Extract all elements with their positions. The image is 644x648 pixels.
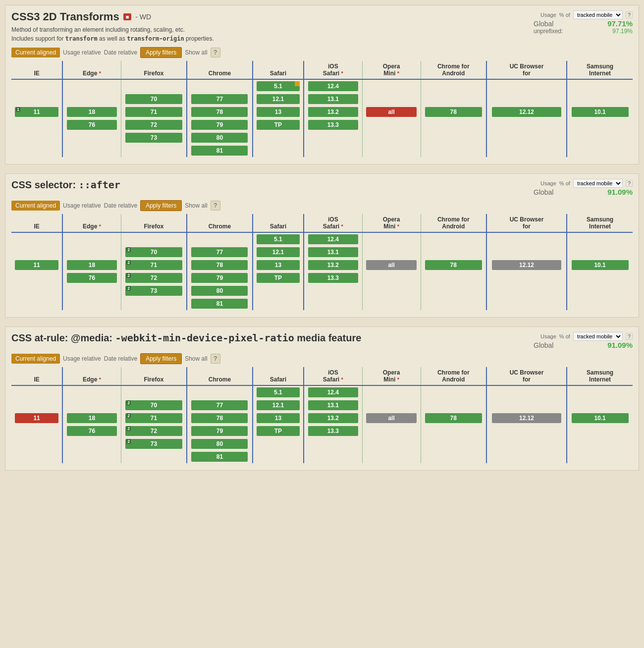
col-header-safari: Safari (253, 367, 304, 385)
cell-uc-1: . (486, 246, 567, 259)
usage-relative-button[interactable]: Usage relative (63, 202, 101, 209)
cell-cfa-4: . (421, 131, 486, 144)
feature-block-1: CSS selector: ::after Usage % of tracked… (5, 173, 639, 318)
col-header-edge: Edge * (62, 61, 121, 79)
col-header-opera: OperaMini * (362, 61, 421, 79)
cell-cfa-2: 78 (421, 259, 486, 271)
cell-uc-4: . (486, 131, 567, 144)
cell-chrome-3: 79 (187, 271, 253, 284)
cell-cfa-5: . (421, 297, 486, 310)
feature-header: CSS at-rule: @media: -webkit-min-device-… (11, 332, 633, 349)
question-icon[interactable]: ? (626, 333, 633, 340)
cell-chrome-0: . (187, 79, 253, 93)
cell-safari-2: 13 (253, 106, 304, 118)
col-header-samsung: SamsungInternet (567, 214, 633, 232)
cell-ios-5: . (304, 297, 362, 310)
cell-chrome-2: 78 (187, 106, 253, 118)
cell-ios-3: 13.3 (304, 271, 362, 284)
cell-firefox-2: 271 (121, 412, 187, 425)
cell-ie-4: . (11, 131, 62, 144)
filter-question-button[interactable]: ? (211, 354, 220, 364)
cell-opera-1: . (362, 399, 421, 412)
cell-firefox-0: . (121, 385, 187, 399)
cell-opera-0: . (362, 79, 421, 93)
asterisk-ios: * (341, 377, 343, 382)
date-relative-button[interactable]: Date relative (104, 49, 137, 56)
cell-samsung-0: . (567, 79, 633, 93)
cell-uc-0: . (486, 232, 567, 246)
cell-firefox-3: 72 (121, 118, 187, 131)
cell-firefox-0: . (121, 232, 187, 246)
apply-filters-button[interactable]: Apply filters (140, 47, 182, 58)
feature-title-area: CSS3 2D Transforms ■ - WD Method of tran… (11, 10, 214, 43)
usage-label: Usage (540, 180, 556, 186)
cell-chrome-1: 77 (187, 93, 253, 106)
apply-filters-button[interactable]: Apply filters (140, 353, 182, 364)
usage-selector[interactable]: tracked mobile (573, 10, 623, 19)
cell-samsung-1: . (567, 246, 633, 259)
usage-selector[interactable]: tracked mobile (573, 179, 623, 188)
cell-uc-2: 12.12 (486, 412, 567, 425)
cell-opera-4: . (362, 131, 421, 144)
current-aligned-button[interactable]: Current aligned (11, 48, 60, 57)
show-all-button[interactable]: Show all (185, 355, 207, 362)
current-aligned-button[interactable]: Current aligned (11, 201, 60, 211)
cell-safari-0: 5.1 (253, 232, 304, 246)
cell-ie-3: . (11, 271, 62, 284)
cell-chrome-5: 81 (187, 450, 253, 463)
cell-firefox-1: 270 (121, 246, 187, 259)
usage-relative-button[interactable]: Usage relative (63, 355, 101, 362)
filter-question-button[interactable]: ? (211, 201, 220, 211)
cell-edge-5: . (62, 144, 121, 157)
cell-ie-0: . (11, 385, 62, 399)
show-all-button[interactable]: Show all (185, 49, 207, 56)
unprefixed-value: 97.19% (612, 28, 633, 35)
cell-safari-1: 12.1 (253, 246, 304, 259)
cell-firefox-1: 70 (121, 93, 187, 106)
cell-firefox-4: 73 (121, 131, 187, 144)
current-aligned-button[interactable]: Current aligned (11, 354, 60, 364)
cell-uc-3: . (486, 425, 567, 437)
cell-edge-0: . (62, 232, 121, 246)
cell-ios-1: 13.1 (304, 93, 362, 106)
table-row: ....5.112.4.... (11, 232, 633, 246)
usage-selector[interactable]: tracked mobile (573, 332, 623, 341)
cell-edge-1: . (62, 399, 121, 412)
cell-samsung-3: . (567, 425, 633, 437)
col-header-firefox: Firefox (121, 214, 187, 232)
cell-ie-5: . (11, 450, 62, 463)
col-header-ios: iOSSafari * (304, 367, 362, 385)
cell-ios-4: . (304, 284, 362, 297)
cell-samsung-3: . (567, 271, 633, 284)
cell-chrome-5: 81 (187, 297, 253, 310)
cell-ie-0: . (11, 232, 62, 246)
cell-edge-4: . (62, 131, 121, 144)
cell-samsung-4: . (567, 437, 633, 450)
cell-ios-4: . (304, 131, 362, 144)
col-header-opera: OperaMini * (362, 367, 421, 385)
cell-uc-2: 12.12 (486, 259, 567, 271)
question-icon[interactable]: ? (626, 180, 633, 187)
cell-edge-3: 76 (62, 425, 121, 437)
col-header-ios: iOSSafari * (304, 61, 362, 79)
table-row: ....5.112.4.... (11, 385, 633, 399)
date-relative-button[interactable]: Date relative (104, 355, 137, 362)
cell-samsung-4: . (567, 284, 633, 297)
table-row: ....5.112.4.... (11, 79, 633, 93)
cell-ie-1: . (11, 246, 62, 259)
cell-firefox-0: . (121, 79, 187, 93)
date-relative-button[interactable]: Date relative (104, 202, 137, 209)
cell-ie-2: 11 (11, 412, 62, 425)
filter-question-button[interactable]: ? (211, 48, 220, 57)
question-icon[interactable]: ? (626, 11, 633, 18)
cell-uc-2: 12.12 (486, 106, 567, 118)
show-all-button[interactable]: Show all (185, 202, 207, 209)
apply-filters-button[interactable]: Apply filters (140, 200, 182, 211)
table-row: ...81...... (11, 450, 633, 463)
feature-title: CSS selector: ::after (11, 179, 120, 191)
usage-of-label: % of (559, 180, 570, 186)
usage-relative-button[interactable]: Usage relative (63, 49, 101, 56)
cell-uc-1: . (486, 399, 567, 412)
feature-header: CSS3 2D Transforms ■ - WD Method of tran… (11, 10, 633, 43)
cell-safari-5: . (253, 297, 304, 310)
